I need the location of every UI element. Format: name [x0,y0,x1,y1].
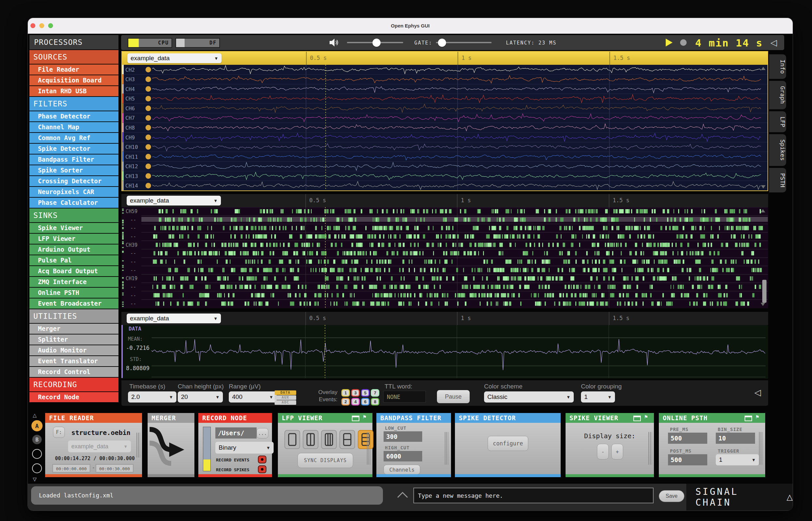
lfp-viewer-module[interactable]: LFP VIEWER ⚑ SYNC DISPLAYS [278,413,373,477]
pre-ms-field[interactable]: 500 [668,433,707,444]
overlay-event-button-6[interactable]: 6 [361,398,369,406]
save-message-button[interactable]: Save [659,490,684,502]
overlay-event-button-2[interactable]: 2 [341,398,350,406]
processor-item-phase-calculator[interactable]: Phase Calculator [29,198,118,208]
audio-monitor-dot[interactable] [145,105,151,111]
signal-type-button-adc[interactable]: ADC [275,400,296,405]
module-drag-handle[interactable] [759,432,763,465]
record-node-module[interactable]: RECORD NODE /Users/ ... Binary▼ RECORD E… [198,413,272,477]
file-select-button[interactable]: F: [53,427,65,438]
processor-item-splitter[interactable]: Splitter [29,335,118,345]
chevron-up-icon[interactable] [397,492,408,498]
processor-item-crossing-detector[interactable]: Crossing Detector [29,176,118,186]
processor-item-online-psth[interactable]: Online PSTH [29,288,118,298]
processor-item-pulse-pal[interactable]: Pulse Pal [29,255,118,266]
channels-button[interactable]: Channels [384,465,420,475]
audio-monitor-dot[interactable] [145,67,151,72]
audio-monitor-dot[interactable] [145,154,151,159]
post-ms-field[interactable]: 500 [668,454,707,466]
viewer-tab-lfp[interactable]: LFP [769,111,786,133]
collapse-left-icon[interactable]: ◁ [770,38,777,48]
browse-button[interactable]: ... [256,428,268,438]
overlay-event-button-7[interactable]: 7 [371,389,379,397]
processor-item-bandpass-filter[interactable]: Bandpass Filter [29,155,118,165]
processor-item-neuropixels-car[interactable]: Neuropixels CAR [29,187,118,197]
dataset-dropdown[interactable]: example_data▼ [68,440,131,452]
record-spikes-toggle[interactable] [258,466,266,473]
spike-viewer-module[interactable]: SPIKE VIEWER ⚑ Display size: - + [566,413,654,477]
overlay-event-button-1[interactable]: 1 [341,389,350,397]
processor-item-spike-viewer[interactable]: Spike Viewer [29,223,118,233]
pin-tab-icon[interactable]: ⚑ [362,414,366,420]
processor-item-spike-sorter[interactable]: Spike Sorter [29,165,118,175]
audio-monitor-dot[interactable] [145,144,151,150]
bin-size-field[interactable]: 10 [716,433,755,444]
processor-item-lfp-viewer[interactable]: LFP Viewer [29,234,118,244]
pin-tab-icon[interactable]: ⚑ [644,414,648,420]
module-drag-handle[interactable] [136,433,140,457]
sync-displays-button[interactable]: SYNC DISPLAYS [297,453,353,468]
processor-item-intan-rhd-usb[interactable]: Intan RHD USB [29,86,118,96]
layout-button-h2[interactable] [339,430,355,449]
range-end-field[interactable]: 00:00:30.000 [95,464,134,473]
overlay-event-button-4[interactable]: 4 [351,398,360,406]
popout-window-icon[interactable] [352,416,359,421]
processor-item-record-node[interactable]: Record Node [29,392,118,402]
processor-item-event-broadcaster[interactable]: Event Broadcaster [29,298,118,309]
timebase-dropdown[interactable]: 2.0▼ [128,391,176,403]
overlay-event-button-5[interactable]: 5 [361,389,369,397]
layout-button-v2[interactable] [303,430,318,449]
message-input[interactable] [413,488,654,503]
processor-item-common-avg-ref[interactable]: Common Avg Ref [29,133,118,143]
trigger-dropdown[interactable]: 1▼ [716,454,759,466]
record-format-dropdown[interactable]: Binary▼ [216,442,274,454]
signal-type-button-aux[interactable]: AUX [275,395,296,400]
processor-item-phase-detector[interactable]: Phase Detector [29,111,118,121]
file-reader-module[interactable]: FILE READER F: structure.oebin example_d… [45,413,142,477]
high-cut-field[interactable]: 6000 [384,451,422,461]
processor-item-audio-monitor[interactable]: Audio Monitor [29,345,118,356]
overlay-event-button-3[interactable]: 3 [351,389,360,397]
viewer-tab-graph[interactable]: Graph [769,81,786,109]
range-start-field[interactable]: 00:00:00.000 [52,464,90,473]
audio-monitor-dot[interactable] [145,86,151,92]
viewer-tab-info[interactable]: Info [769,54,786,79]
configure-button[interactable]: configure [488,436,528,451]
layout-button-v3[interactable] [321,430,337,449]
audio-monitor-dot[interactable] [145,125,151,131]
pause-button[interactable]: Pause [437,390,470,403]
processor-item-event-translator[interactable]: Event Translator [29,356,118,366]
signal-chain-tab-empty[interactable] [32,463,42,473]
signal-chain-tab-b[interactable]: B [32,435,42,445]
processor-item-acquisition-board[interactable]: Acquisition Board [29,75,118,85]
merger-module[interactable]: MERGER [148,413,195,477]
scrollbar-thumb[interactable] [762,280,767,303]
processor-item-zmq-interface[interactable]: ZMQ Interface [29,277,118,287]
processor-item-merger[interactable]: Merger [29,324,118,334]
pin-tab-icon[interactable]: ⚑ [755,414,759,420]
signal-type-button-data[interactable]: DATA [275,390,296,395]
chain-down-icon[interactable]: ▽ [33,475,37,483]
display-size-plus-button[interactable]: + [611,444,623,459]
volume-slider-thumb[interactable] [373,39,381,47]
audio-monitor-dot[interactable] [145,96,151,101]
chain-up-icon[interactable]: △ [33,411,37,419]
popout-window-icon[interactable] [745,416,752,421]
audio-monitor-dot[interactable] [145,135,151,140]
color-grouping-dropdown[interactable]: 1▼ [581,391,615,403]
audio-monitor-dot[interactable] [145,164,151,169]
audio-monitor-dot[interactable] [145,183,151,188]
signal-chain-tab-empty[interactable] [32,449,42,459]
play-button[interactable] [666,39,673,46]
color-scheme-dropdown[interactable]: Classic▼ [484,391,574,403]
module-drag-handle[interactable] [648,432,652,465]
processor-item-spike-detector[interactable]: Spike Detector [29,144,118,154]
chan-height-dropdown[interactable]: 20▼ [178,391,223,403]
record-path-field[interactable]: /Users/ [216,427,256,438]
range-dropdown[interactable]: 400▼ [229,391,276,403]
stream-select-dropdown[interactable]: example_data ▼ [127,196,221,205]
stream-select-dropdown[interactable]: example_data ▼ [127,314,221,323]
overlay-event-button-8[interactable]: 8 [371,398,379,406]
record-button[interactable] [680,39,687,46]
viewer-tab-spikes[interactable]: Spikes [769,134,786,166]
